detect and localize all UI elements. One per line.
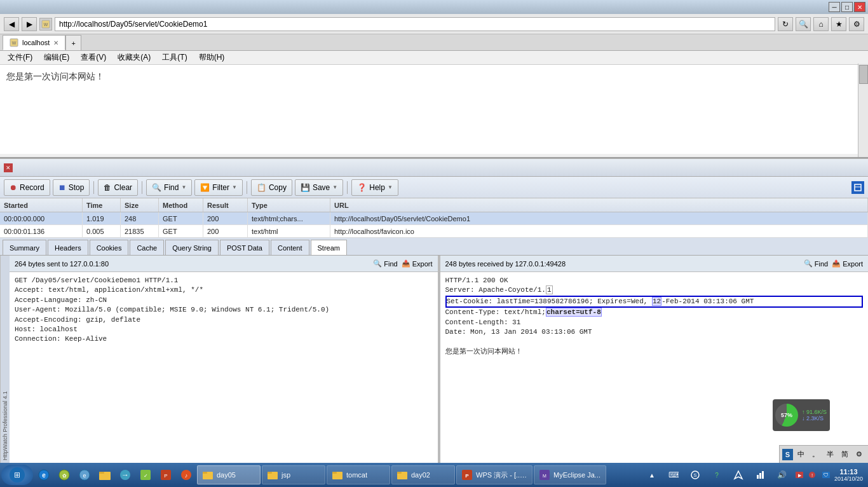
tray-expand-button[interactable]: ▲ [642,465,661,484]
stream-find-button[interactable]: 🔍 Find [373,259,397,268]
clear-button[interactable]: Clear [98,179,138,196]
tray-icon-volume[interactable]: 🔊 [772,465,791,484]
tab-cookies[interactable]: Cookies [90,240,129,255]
tray-icon-2[interactable]: S [686,465,705,484]
tab-cache[interactable]: Cache [130,240,164,255]
stop-button[interactable]: Stop [53,179,90,196]
stop-icon [58,183,66,192]
back-button[interactable]: ◀ [4,17,19,31]
taskbar-icon-6[interactable]: ✓ [136,465,155,484]
record-button[interactable]: Record [4,179,50,196]
taskbar-folder-icon[interactable] [95,465,114,484]
browser-tab-localhost[interactable]: W localhost ✕ [3,35,65,50]
request-line: GET /Day05/servlet/CookieDemo1 HTTP/1.1 [15,276,433,285]
stream-response-find-button[interactable]: 🔍 Find [804,259,828,268]
system-tray: ▲ ⌨ S ? 🔊 ▶ ! [639,465,867,484]
clear-icon [104,183,111,192]
taskbar-ppt-icon[interactable]: P [156,465,175,484]
system-clock[interactable]: 11:13 2014/10/20 [834,468,863,482]
tab-summary[interactable]: Summary [3,240,46,255]
tools-button[interactable]: ⚙ [849,17,864,31]
search-button[interactable]: 🔍 [796,17,811,31]
vertical-scrollbar[interactable] [858,64,868,157]
tray-icon-shield[interactable]: 🛡 [820,470,832,479]
ime-s-button[interactable]: S [782,449,793,460]
taskbar-icon-8[interactable]: ♪ [177,465,196,484]
menu-edit[interactable]: 编辑(E) [39,51,74,64]
save-label: Save [313,183,330,192]
menu-file[interactable]: 文件(F) [3,51,37,64]
svg-text:🛡: 🛡 [824,472,829,478]
tab-headers[interactable]: Headers [48,240,88,255]
cell-method-1: GET [159,225,203,237]
table-row[interactable]: 00:00:01.136 0.005 21835 GET 200 text/ht… [0,225,868,238]
tab-content[interactable]: Content [271,240,309,255]
minimize-button[interactable]: ─ [829,2,840,12]
taskbar-item-wps[interactable]: P WPS 演示 - [..… [456,465,532,484]
taskbar-item-eclipse[interactable]: M MyEclipse Ja... [534,465,606,484]
favorites-button[interactable]: ★ [831,17,846,31]
ime-mode-chinese[interactable]: 中 [794,448,808,461]
record-label: Record [20,183,44,192]
taskbar-item-tomcat-label: tomcat [346,471,367,479]
response-content-type: Content-Type: text/html;charset=utf-8 [445,308,864,317]
taskbar-item-jsp[interactable]: jsp [262,465,325,484]
home-button[interactable]: ⌂ [813,17,829,31]
svg-rect-40 [757,475,759,479]
table-row[interactable]: 00:00:00.000 1.019 248 GET 200 text/html… [0,212,868,225]
tray-icon-6[interactable]: ! [806,470,818,479]
taskbar-icon-3[interactable]: e [75,465,94,484]
filter-button[interactable]: Filter ▼ [194,179,243,196]
forward-button[interactable]: ▶ [22,17,37,31]
tab-label: localhost [22,39,50,46]
ime-toolbar: S 中 。 半 简 ⚙ [779,445,868,463]
tab-stream[interactable]: Stream [311,240,347,255]
new-tab-button[interactable]: + [65,35,81,50]
menu-view[interactable]: 查看(V) [76,51,111,64]
tray-icon-5[interactable]: ▶ [794,470,805,479]
copy-icon [257,183,266,192]
stream-export-label: Export [412,260,433,268]
stream-response-export-button[interactable]: 📤 Export [832,259,863,268]
help-button[interactable]: Help ▼ [351,179,398,196]
maximize-button[interactable]: □ [841,2,853,12]
tab-postdata[interactable]: POST Data [220,240,269,255]
copy-button[interactable]: Copy [251,179,292,196]
taskbar-arrow-icon[interactable]: → [116,465,135,484]
ime-half-width[interactable]: 半 [824,448,837,461]
httpwatch-expand-button[interactable] [851,181,864,194]
start-button[interactable]: ⊞ [1,465,33,485]
taskbar-ie-icon[interactable]: e [34,465,53,484]
stream-export-button[interactable]: 📤 Export [402,259,433,268]
tray-icon-1[interactable]: ⌨ [664,465,683,484]
clock-time: 11:13 [834,468,863,476]
copy-label: Copy [269,183,287,192]
menu-favorites[interactable]: 收藏夹(A) [112,51,156,64]
network-percent: 57% [781,412,792,418]
tray-more-icons: ▶ ! [794,470,818,479]
find-button[interactable]: Find ▼ [146,179,192,196]
scrollbar-thumb[interactable] [859,65,868,84]
tab-close-button[interactable]: ✕ [53,39,58,46]
svg-rect-4 [855,184,861,191]
stream-response-export-label: Export [843,260,863,268]
tray-icon-3[interactable]: ? [707,465,726,484]
browser-window: ─ □ ✕ ◀ ▶ W ↻ 🔍 ⌂ ★ ⚙ W localhost ✕ + 文件… [0,0,868,158]
address-input[interactable] [55,17,775,31]
ime-punctuation[interactable]: 。 [809,448,822,461]
close-button[interactable]: ✕ [854,2,865,12]
menu-tools[interactable]: 工具(T) [157,51,192,64]
ime-simplified[interactable]: 简 [838,448,851,461]
save-button[interactable]: Save ▼ [295,179,343,196]
taskbar-item-day02[interactable]: day02 [391,465,455,484]
menu-help[interactable]: 帮助(H) [194,51,230,64]
taskbar-item-tomcat[interactable]: tomcat [327,465,390,484]
refresh-button[interactable]: ↻ [778,17,793,31]
tray-icon-network[interactable] [750,465,770,484]
tray-icon-4[interactable] [729,465,748,484]
tab-querystring[interactable]: Query String [165,240,219,255]
taskbar-item-day05[interactable]: day05 [197,465,261,484]
taskbar-icon-2[interactable]: ✿ [55,465,74,484]
ime-settings-button[interactable]: ⚙ [853,448,865,460]
httpwatch-close-button[interactable]: ✕ [4,163,13,172]
